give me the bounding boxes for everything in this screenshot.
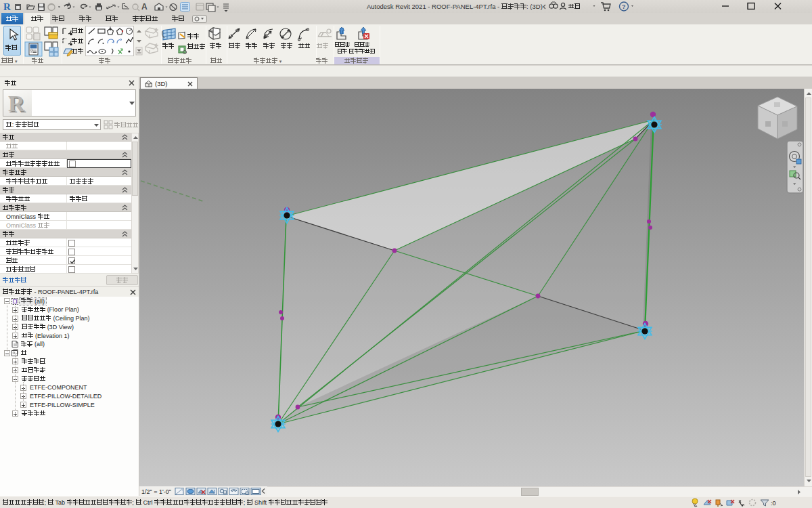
svg-text:R: R — [3, 1, 11, 12]
svg-text:A: A — [141, 2, 148, 12]
svg-text:?: ? — [622, 3, 626, 10]
svg-text::0: :0 — [771, 500, 776, 507]
